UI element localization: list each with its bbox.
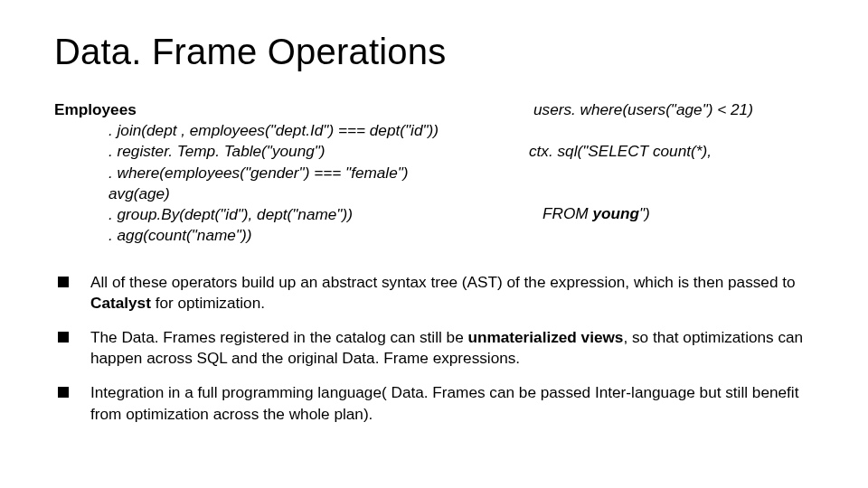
bullet-list: All of these operators build up an abstr… xyxy=(54,272,814,425)
text-run: All of these operators build up an abstr… xyxy=(90,273,796,291)
square-bullet-icon xyxy=(58,277,69,287)
text-bold: unmaterialized views xyxy=(467,328,623,346)
code-line: . agg(count("name")) xyxy=(54,225,439,246)
code-young: young xyxy=(592,204,639,222)
code-left: Employees . join(dept , employees("dept.… xyxy=(54,99,439,247)
bullet-item: Integration in a full programming langua… xyxy=(54,382,814,424)
text-run: for optimization. xyxy=(151,294,265,312)
square-bullet-icon xyxy=(58,332,69,343)
bullet-text: All of these operators build up an abstr… xyxy=(90,272,814,314)
text-run: The Data. Frames registered in the catal… xyxy=(90,328,467,346)
code-line: . where(employees("gender") === "female"… xyxy=(54,163,439,183)
bullet-text: Integration in a full programming langua… xyxy=(90,382,814,424)
code-close: ") xyxy=(639,204,650,222)
code-employees: Employees xyxy=(54,100,137,118)
square-bullet-icon xyxy=(58,387,69,398)
code-block: Employees . join(dept , employees("dept.… xyxy=(54,99,814,247)
code-line: . register. Temp. Table("young") xyxy=(54,141,439,162)
code-right-line: FROM young") xyxy=(542,203,650,224)
text-run: Integration in a full programming langua… xyxy=(90,383,798,422)
slide: Data. Frame Operations Employees . join(… xyxy=(0,0,868,456)
bullet-text: The Data. Frames registered in the catal… xyxy=(90,327,814,369)
code-line: . join(dept , employees("dept.Id") === d… xyxy=(54,120,439,141)
code-from: FROM xyxy=(542,204,592,222)
bullet-item: The Data. Frames registered in the catal… xyxy=(54,327,814,369)
code-right-line: users. where(users("age") < 21) xyxy=(533,99,753,120)
bullet-item: All of these operators build up an abstr… xyxy=(54,272,814,314)
code-line: avg(age) xyxy=(54,183,439,204)
code-line: . group.By(dept("id"), dept("name")) xyxy=(54,204,439,225)
code-right-line: ctx. sql("SELECT count(*), xyxy=(529,141,712,162)
slide-title: Data. Frame Operations xyxy=(54,32,814,72)
text-bold: Catalyst xyxy=(90,294,151,312)
